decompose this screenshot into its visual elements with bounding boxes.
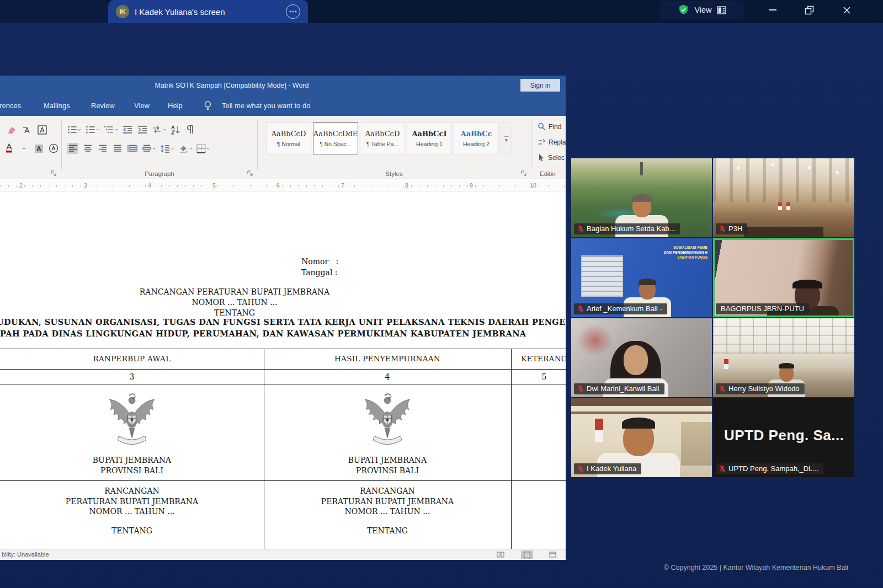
paragraph-dialog-launcher[interactable]: [247, 170, 253, 177]
person-headset: [792, 280, 822, 288]
read-mode-button[interactable]: [494, 550, 507, 559]
multilevel-list-icon: [104, 125, 114, 134]
participant-tile[interactable]: I Kadek Yuliana: [571, 398, 712, 477]
participant-tile[interactable]: Bagian Hukum Setda Kab...: [571, 158, 712, 237]
restore-button[interactable]: [801, 3, 817, 17]
garuda-emblem: [107, 389, 157, 451]
seal-caption-provinsi: PROVINSI BALI: [264, 466, 511, 476]
font-color-button[interactable]: [3, 143, 14, 154]
tab-mailings[interactable]: Mailings: [44, 101, 70, 110]
character-scaling-button[interactable]: [142, 143, 156, 154]
shading-button[interactable]: [178, 143, 193, 154]
person-head: [624, 345, 648, 375]
character-border-button[interactable]: [36, 124, 47, 135]
cell-tentang: TENTANG: [264, 526, 511, 536]
style-gallery-more-button[interactable]: — ▼: [501, 122, 512, 154]
asian-layout-button[interactable]: [152, 124, 166, 135]
style-no-spacing[interactable]: AaBbCcDdE ¶ No Spac...: [313, 122, 358, 154]
participant-tile[interactable]: P3H: [713, 158, 854, 237]
close-button[interactable]: [839, 3, 854, 17]
select-button[interactable]: Selec: [538, 153, 565, 162]
table-border: [0, 384, 566, 384]
word-titlebar: Matrik SOTK Sampah [Compatibility Mode] …: [0, 76, 566, 97]
pilcrow-icon: [187, 125, 194, 134]
shared-screen-tab[interactable]: IK I Kadek Yuliana's screen: [108, 0, 308, 23]
sign-in-button[interactable]: Sign in: [520, 79, 560, 92]
tell-me-box[interactable]: Tell me what you want to do: [222, 101, 310, 110]
participant-tile[interactable]: SOSIALISASI PEMB DAN PENGEMBANGAN H JABA…: [571, 238, 712, 317]
participant-name: Bagian Hukum Setda Kab...: [587, 224, 675, 233]
find-button[interactable]: Find: [538, 122, 561, 131]
character-shading-icon: [34, 144, 44, 153]
minimize-button[interactable]: [765, 3, 780, 17]
participant-name-pill: BAGORPUS JBRN-PUTU: [716, 303, 809, 314]
muted-mic-icon: [577, 225, 584, 233]
participant-name: Herry Sulistyo Widodo: [728, 384, 800, 393]
word-ribbon-tabs: erences Mailings Review View Help Tell m…: [0, 97, 566, 116]
horizontal-ruler[interactable]: 2 3 4 5 6 7 8 9 10: [0, 180, 566, 191]
paragraph-group-row1: [67, 124, 196, 136]
col-header-ranperbup: RANPERBUP AWAL: [0, 354, 264, 363]
paragraph-group-label: Paragraph: [62, 170, 257, 177]
inactive-tab[interactable]: [0, 0, 108, 23]
replace-button[interactable]: Repla: [538, 138, 566, 146]
bullets-button[interactable]: [67, 124, 82, 135]
doc-title-line2: NOMOR ... TAHUN ...: [0, 297, 469, 308]
web-layout-button[interactable]: [546, 550, 558, 559]
doc-subject-line2: PAH PADA DINAS LINGKUNGAN HIDUP, PERUMAH…: [0, 329, 526, 338]
scene-flag: [778, 202, 782, 210]
increase-indent-button[interactable]: [137, 124, 148, 135]
copyright-notice: © Copyright 2025 | Kantor Wilayah Kement…: [664, 564, 848, 571]
numbering-button[interactable]: [86, 124, 100, 135]
align-right-button[interactable]: [97, 143, 108, 154]
style-normal[interactable]: AaBbCcD ¶ Normal: [266, 122, 311, 154]
shared-screen-title: I Kadek Yuliana's screen: [135, 7, 280, 17]
cell-nomor: NOMOR ... TAHUN ...: [0, 506, 264, 517]
tab-view[interactable]: View: [134, 101, 150, 110]
enclose-characters-button[interactable]: [48, 143, 59, 154]
participant-name-pill: Herry Sulistyo Widodo: [716, 383, 805, 394]
justify-button[interactable]: [112, 143, 123, 154]
style-heading1[interactable]: AaBbCcI Heading 1: [407, 122, 452, 154]
participant-tile-active-speaker[interactable]: BAGORPUS JBRN-PUTU: [713, 238, 854, 317]
tab-options-button[interactable]: [286, 4, 300, 19]
show-formatting-button[interactable]: [185, 124, 196, 135]
style-table-paragraph[interactable]: AaBbCcD ¶ Table Pa...: [360, 122, 405, 154]
distribute-button[interactable]: [127, 143, 138, 154]
decrease-indent-button[interactable]: [122, 124, 133, 135]
chevron-down-icon: [206, 147, 210, 150]
character-border-icon: [38, 125, 47, 135]
avatar: IK: [116, 5, 129, 18]
muted-mic-icon: [719, 225, 726, 233]
character-shading-button[interactable]: [33, 143, 44, 154]
phonetic-guide-button[interactable]: [22, 124, 33, 135]
font-color-dropdown[interactable]: [18, 143, 29, 154]
print-layout-button[interactable]: [521, 550, 533, 559]
tab-references[interactable]: erences: [0, 101, 21, 110]
line-spacing-button[interactable]: [160, 143, 174, 154]
tab-help[interactable]: Help: [168, 101, 183, 110]
character-scaling-icon: [142, 145, 152, 152]
participant-tile[interactable]: Dwi Marini_Kanwil Bali: [571, 318, 712, 397]
participant-tile[interactable]: Herry Sulistyo Widodo: [713, 318, 854, 397]
participant-name: I Kadek Yuliana: [587, 464, 636, 473]
multilevel-list-button[interactable]: [104, 124, 118, 135]
font-dialog-launcher[interactable]: [51, 170, 57, 177]
align-center-button[interactable]: [82, 143, 93, 154]
group-separator: [61, 120, 62, 170]
table-border: [0, 480, 566, 481]
tab-review[interactable]: Review: [91, 101, 115, 110]
view-control[interactable]: View: [660, 1, 744, 19]
document-page[interactable]: Nomor : Tanggal : RANCANGAN PERATURAN BU…: [0, 191, 566, 549]
ruler-number: 7: [338, 182, 347, 189]
borders-button[interactable]: [196, 143, 210, 154]
style-heading2[interactable]: AaBbCc Heading 2: [454, 122, 499, 154]
participant-tile-camera-off[interactable]: UPTD Peng. Sa... UPTD Peng. Sampah,_DL..…: [713, 398, 854, 477]
text-effects-button[interactable]: [7, 124, 18, 135]
more-arrow: ▼: [504, 138, 509, 143]
person-hair: [639, 279, 656, 285]
styles-dialog-launcher[interactable]: [521, 170, 527, 177]
align-left-button[interactable]: [67, 143, 78, 154]
doc-nomor: Nomor :: [301, 257, 338, 266]
sort-button[interactable]: [170, 124, 181, 135]
